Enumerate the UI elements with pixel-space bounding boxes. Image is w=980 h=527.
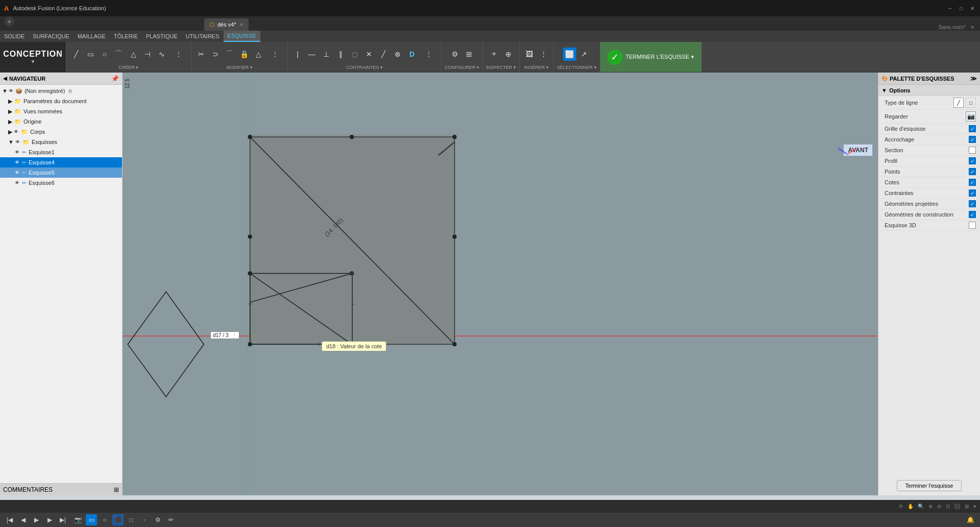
- nav-item-esquisses[interactable]: ▼ 👁 📁 Esquisses: [0, 137, 122, 147]
- polygon-tool-button[interactable]: △: [127, 47, 140, 61]
- nav-item-corps[interactable]: ▶ 👁 📁 Corps: [0, 127, 122, 137]
- geo-const-checkbox[interactable]: ✓: [969, 211, 976, 218]
- contraintes-more-button[interactable]: ⋮: [420, 47, 438, 61]
- nav-settings-icon[interactable]: ⚙: [68, 88, 72, 94]
- contraintes-checkbox[interactable]: ✓: [969, 189, 976, 197]
- minimize-button[interactable]: ─: [946, 5, 953, 12]
- points-checkbox[interactable]: ✓: [969, 168, 976, 175]
- settings-button[interactable]: ⚙: [448, 47, 461, 61]
- pan-icon[interactable]: ✋: [908, 504, 914, 509]
- nav-item-esquisse1[interactable]: 👁 ✏ Esquisse1: [0, 147, 122, 157]
- esquisse3d-checkbox[interactable]: [969, 222, 976, 229]
- circle-tool-button[interactable]: ○: [98, 47, 111, 61]
- snapshot-button[interactable]: 📷: [72, 514, 84, 525]
- menu-solide[interactable]: SOLIDE: [0, 31, 29, 42]
- line-type-btn1[interactable]: ╱: [953, 98, 964, 108]
- trim-button[interactable]: ✂: [194, 47, 208, 61]
- horz-constraint-button[interactable]: |: [291, 47, 304, 61]
- tan-constraint-button[interactable]: ◌: [348, 47, 361, 61]
- nav-item-vues[interactable]: ▶ 📁 Vues nommées: [0, 106, 122, 116]
- lock-button[interactable]: 🔒: [237, 47, 251, 61]
- inspect-button[interactable]: ⊕: [502, 47, 515, 61]
- timeline-prev-button[interactable]: ◀: [17, 514, 29, 525]
- menu-tolerie[interactable]: TÔLERIE: [110, 31, 142, 42]
- pen-tool-button[interactable]: ✏: [165, 514, 177, 525]
- select-mode-button[interactable]: ↗: [577, 47, 591, 61]
- dim-button[interactable]: D: [405, 47, 419, 61]
- nav-item-esquisse6[interactable]: 👁 ✏ Esquisse6: [0, 178, 122, 188]
- palette-control-type-ligne[interactable]: ╱ □: [953, 98, 976, 108]
- cotes-checkbox[interactable]: ✓: [969, 179, 976, 186]
- zoom-in-icon[interactable]: ⊕: [928, 504, 933, 509]
- rect-tool-button[interactable]: ▭: [84, 47, 97, 61]
- nav-eye-esquisses-icon[interactable]: 👁: [15, 139, 20, 145]
- spline-tool-button[interactable]: ∿: [155, 47, 168, 61]
- timeline-start-button[interactable]: |◀: [4, 514, 15, 525]
- settings2-button[interactable]: ⚙: [152, 514, 163, 525]
- profil-checkbox[interactable]: ✓: [969, 157, 976, 164]
- menu-surfacique[interactable]: SURFACIQUE: [29, 31, 74, 42]
- extend-button[interactable]: ⊃: [209, 47, 222, 61]
- colinear-constraint-button[interactable]: ╱: [377, 47, 390, 61]
- menu-maillage[interactable]: MAILLAGE: [74, 31, 110, 42]
- nav-item-params[interactable]: ▶ 📁 Paramètres du document: [0, 96, 122, 106]
- nav-collapse-icon[interactable]: ◀: [3, 76, 7, 81]
- circle-mode-button[interactable]: ○: [99, 514, 110, 525]
- notifications-button[interactable]: 🔔: [965, 514, 976, 525]
- display-mode-3-button[interactable]: ◦: [139, 514, 150, 525]
- sketch-canvas[interactable]: (14, 142): [122, 73, 878, 495]
- grid-icon[interactable]: ⊞: [965, 504, 969, 509]
- grid-settings-button[interactable]: ⊞: [462, 47, 476, 61]
- menu-utilitaires[interactable]: UTILITAIRES: [182, 31, 224, 42]
- camera-button[interactable]: 📷: [966, 111, 976, 122]
- zoom-out-icon[interactable]: ⊖: [937, 504, 941, 509]
- new-tab-button[interactable]: +: [4, 16, 14, 27]
- perp-constraint-button[interactable]: ⊥: [320, 47, 333, 61]
- move-button[interactable]: △: [252, 47, 265, 61]
- nav-eye-corps-icon[interactable]: 👁: [14, 129, 18, 134]
- nav-item-root[interactable]: ▼ 👁 📦 (Non enregistré) ⚙: [0, 86, 122, 96]
- timeline-play-button[interactable]: ▶: [31, 514, 42, 525]
- dim-more-icon[interactable]: ⋮: [232, 332, 237, 338]
- maximize-button[interactable]: □: [958, 5, 965, 12]
- centerline-tool-button[interactable]: ⊣: [141, 47, 154, 61]
- insert-more-button[interactable]: ⋮: [537, 47, 550, 61]
- dim-label-d17[interactable]: d17 / 3 ⋮: [210, 331, 239, 339]
- nav-eye-e5-icon[interactable]: 👁: [15, 170, 19, 175]
- document-tab[interactable]: ⬡ dés v4* ✕: [204, 18, 249, 31]
- orbit-icon[interactable]: ⟳: [899, 504, 903, 509]
- measure-button[interactable]: ⌖: [487, 47, 501, 61]
- nav-eye-root-icon[interactable]: 👁: [9, 88, 13, 93]
- modifier-more-button[interactable]: ⋮: [266, 47, 284, 61]
- palette-section-options[interactable]: ▼ Options: [878, 85, 980, 96]
- timeline-end-button[interactable]: ▶|: [57, 514, 68, 525]
- timeline-next-button[interactable]: ▶: [44, 514, 55, 525]
- nav-item-origine[interactable]: ▶ 📁 Origine: [0, 116, 122, 127]
- comments-expand-icon[interactable]: ⊞: [114, 486, 119, 493]
- display-mode-2-button[interactable]: □: [126, 514, 137, 525]
- geo-proj-checkbox[interactable]: ✓: [969, 200, 976, 207]
- creer-more-button[interactable]: ⋮: [169, 47, 188, 61]
- display-mode-icon[interactable]: ⬛: [954, 504, 960, 509]
- coinc-constraint-button[interactable]: ✕: [362, 47, 376, 61]
- nav-item-esquisse4[interactable]: 👁 ✏ Esquisse4: [0, 157, 122, 167]
- more-view-icon[interactable]: ▾: [973, 504, 976, 509]
- terminer-esquisse-button[interactable]: Terminer l'esquisse: [897, 480, 962, 491]
- grille-checkbox[interactable]: ✓: [969, 125, 976, 132]
- nav-eye-e4-icon[interactable]: 👁: [15, 160, 19, 165]
- fillet-button[interactable]: ⌒: [223, 47, 236, 61]
- nav-eye-e6-icon[interactable]: 👁: [15, 180, 19, 185]
- canvas-area[interactable]: 12.5 (14, 142): [122, 73, 878, 495]
- image-insert-button[interactable]: 🖼: [523, 47, 536, 61]
- accrochage-checkbox[interactable]: ✓: [969, 136, 976, 143]
- select-window-button[interactable]: ⬜: [563, 47, 576, 61]
- arc-tool-button[interactable]: ⌒: [112, 47, 126, 61]
- section-checkbox[interactable]: [969, 147, 976, 154]
- fit-icon[interactable]: ⊡: [946, 504, 950, 509]
- para-constraint-button[interactable]: ∥: [334, 47, 347, 61]
- palette-expand-icon[interactable]: ≫: [970, 75, 977, 82]
- cube-mode-button[interactable]: ⬛: [112, 514, 124, 525]
- menu-esquisse[interactable]: ESQUISSE: [224, 31, 260, 42]
- zoom-icon[interactable]: 🔍: [918, 504, 924, 509]
- tab-close-button[interactable]: ✕: [239, 22, 243, 28]
